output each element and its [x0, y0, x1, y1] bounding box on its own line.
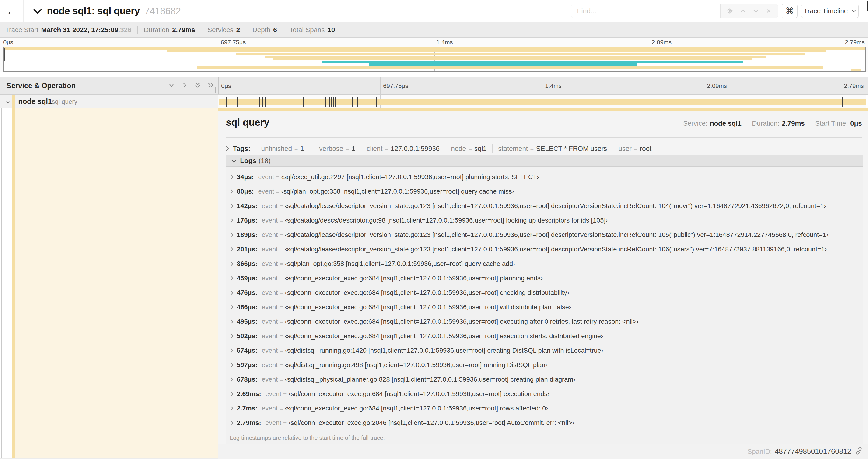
tag-item: client=127.0.0.1:59936 — [367, 145, 440, 153]
log-event-marker[interactable] — [331, 97, 332, 107]
log-event-marker[interactable] — [865, 97, 865, 107]
log-entry[interactable]: 2.69ms:event=‹sql/conn_executor_exec.go:… — [226, 387, 863, 401]
span-duration-bar[interactable] — [219, 99, 866, 105]
chevron-right-icon — [230, 319, 234, 324]
log-field-value: ‹sql/catalog/descs/descriptor.go:98 [nsq… — [285, 217, 608, 224]
chevron-right-icon — [230, 377, 234, 382]
log-field-value: ‹sql/catalog/lease/descriptor_version_st… — [285, 231, 829, 239]
log-event-marker[interactable] — [845, 97, 845, 107]
total-spans-value: 10 — [328, 26, 335, 34]
log-entry[interactable]: 2.79ms:event=‹sql/conn_executor_exec.go:… — [226, 416, 863, 430]
find-prev-icon[interactable] — [739, 7, 746, 14]
chevron-right-icon — [230, 290, 234, 296]
axis-tick: 1.4ms — [545, 82, 562, 89]
scrollbar-thumb[interactable] — [867, 1, 868, 11]
chevron-right-icon — [230, 189, 234, 194]
log-entry[interactable]: 142μs:event=‹sql/catalog/lease/descripto… — [226, 199, 863, 213]
log-field-value: ‹sql/distsql_running.go:1420 [nsql1,clie… — [285, 347, 603, 354]
log-event-marker[interactable] — [357, 97, 358, 107]
collapse-all-icon[interactable] — [194, 81, 201, 90]
chevron-right-icon — [230, 420, 234, 426]
log-event-marker[interactable] — [842, 97, 843, 107]
expand-one-icon[interactable] — [181, 81, 188, 90]
log-entry[interactable]: 486μs:event=‹sql/conn_executor_exec.go:6… — [226, 300, 863, 315]
logs-header[interactable]: Logs (18) — [226, 155, 863, 167]
match-highlight-icon[interactable] — [726, 7, 733, 14]
chevron-right-icon — [230, 362, 234, 368]
log-event-marker[interactable] — [237, 97, 238, 107]
log-field-key: event — [262, 260, 278, 267]
log-event-marker[interactable] — [262, 97, 263, 107]
log-entry[interactable]: 678μs:event=‹sql/distsql_physical_planne… — [226, 372, 863, 387]
axis-tick: 0μs — [221, 82, 231, 89]
log-field-value: ‹sql/conn_executor_exec.go:684 [nsql1,cl… — [285, 405, 548, 412]
service-stat-label: Service: — [683, 120, 708, 127]
minimap-tick: 2.79ms — [845, 38, 865, 46]
trace-start-value: March 31 2022, 17:25:09 — [41, 26, 118, 34]
log-entry[interactable]: 176μs:event=‹sql/catalog/descs/descripto… — [226, 213, 863, 228]
chevron-right-icon — [230, 304, 234, 310]
collapse-one-icon[interactable] — [168, 81, 175, 90]
trace-minimap[interactable]: 0μs 697.75μs 1.4ms 2.09ms 2.79ms — [0, 38, 868, 72]
span-row[interactable]: node sql1 sql query — [0, 95, 868, 108]
log-entry[interactable]: 2.7ms:event=‹sql/conn_executor_exec.go:6… — [226, 401, 863, 416]
chevron-down-icon — [231, 159, 237, 163]
log-event-marker[interactable] — [333, 97, 334, 107]
minimap-chart[interactable] — [3, 47, 866, 72]
log-entry[interactable]: 189μs:event=‹sql/catalog/lease/descripto… — [226, 228, 863, 242]
services-label: Services — [208, 26, 233, 34]
find-next-icon[interactable] — [752, 7, 759, 14]
log-entry[interactable]: 597μs:event=‹sql/distsql_running.go:498 … — [226, 358, 863, 372]
span-detail-stats: Service: node sql1 Duration: 2.79ms Star… — [683, 120, 862, 127]
log-entry[interactable]: 459μs:event=‹sql/conn_executor_exec.go:6… — [226, 271, 863, 286]
tags-row[interactable]: Tags: _unfinished=1_verbose=1client=127.… — [225, 142, 862, 155]
tag-key: _verbose — [315, 145, 343, 153]
deep-link-icon[interactable] — [855, 447, 863, 456]
log-field-key: event — [262, 289, 278, 296]
back-arrow-button[interactable]: ← — [0, 5, 23, 18]
log-timestamp: 597μs: — [237, 361, 257, 369]
span-collapse-chevron-icon[interactable] — [5, 99, 11, 106]
log-timestamp: 176μs: — [237, 217, 257, 224]
log-entry[interactable]: 476μs:event=‹sql/conn_executor_exec.go:6… — [226, 286, 863, 300]
column-resize-grip[interactable] — [213, 87, 216, 93]
log-timestamp: 34μs: — [237, 173, 254, 181]
log-event-marker[interactable] — [303, 97, 304, 107]
chevron-right-icon — [230, 275, 234, 281]
chevron-down-icon — [851, 9, 856, 12]
find-input[interactable] — [571, 4, 720, 18]
log-field-key: event — [262, 217, 278, 224]
keyboard-shortcuts-button[interactable]: ⌘ — [782, 4, 798, 18]
log-event-marker[interactable] — [259, 97, 260, 107]
log-event-marker[interactable] — [352, 97, 352, 107]
log-entry[interactable]: 34μs:event=‹sql/exec_util.go:2297 [nsql1… — [226, 170, 863, 184]
log-event-marker[interactable] — [226, 97, 227, 107]
log-entry[interactable]: 502μs:event=‹sql/conn_executor_exec.go:6… — [226, 329, 863, 343]
log-field-key: event — [262, 318, 278, 325]
log-event-marker[interactable] — [325, 97, 326, 107]
tag-key: client — [367, 145, 383, 153]
log-timestamp: 486μs: — [237, 303, 257, 311]
minimap-scrubber-handle[interactable] — [4, 47, 5, 61]
timeline-axis: 0μs 697.75μs 1.4ms 2.09ms 2.79ms — [218, 77, 866, 94]
log-field-value: ‹sql/conn_executor_exec.go:684 [nsql1,cl… — [285, 289, 569, 296]
view-dropdown-button[interactable]: Trace Timeline — [801, 4, 859, 18]
log-entry[interactable]: 201μs:event=‹sql/catalog/lease/descripto… — [226, 242, 863, 257]
log-event-marker[interactable] — [251, 97, 252, 107]
log-field-value: ‹sql/plan_opt.go:358 [nsql1,client=127.0… — [281, 188, 514, 195]
span-row-name-cell[interactable]: node sql1 sql query — [0, 95, 218, 108]
trace-page-header: ← node sql1: sql query 7418682 — [0, 0, 868, 22]
log-entry[interactable]: 495μs:event=‹sql/conn_executor_exec.go:6… — [226, 315, 863, 329]
log-entry[interactable]: 80μs:event=‹sql/plan_opt.go:358 [nsql1,c… — [226, 184, 863, 199]
log-event-marker[interactable] — [265, 97, 266, 107]
log-event-marker[interactable] — [329, 97, 330, 107]
span-row-timeline-cell[interactable] — [218, 95, 866, 108]
log-entry[interactable]: 574μs:event=‹sql/distsql_running.go:1420… — [226, 343, 863, 358]
log-field-key: event — [262, 202, 278, 210]
collapse-trace-chevron-icon[interactable] — [33, 8, 42, 15]
log-event-marker[interactable] — [376, 97, 377, 107]
tag-value: 1 — [300, 145, 304, 153]
log-entry[interactable]: 366μs:event=‹sql/plan_opt.go:358 [nsql1,… — [226, 257, 863, 271]
find-clear-icon[interactable] — [765, 8, 772, 14]
log-event-marker[interactable] — [335, 97, 336, 107]
